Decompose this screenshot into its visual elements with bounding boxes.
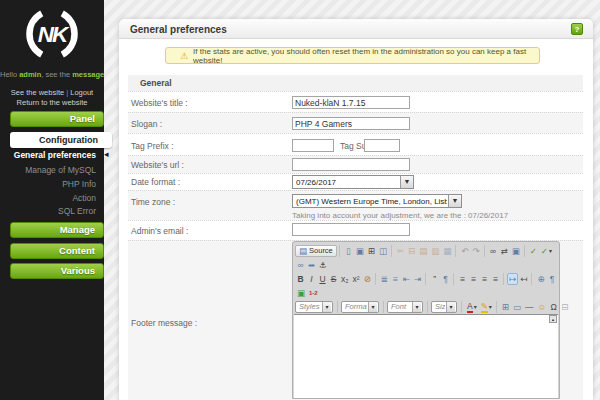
- sidebar-item-manage-of-mysql[interactable]: Manage of MySQL: [25, 165, 96, 175]
- maximize-icon[interactable]: ⊕: [535, 273, 546, 285]
- styles-combo[interactable]: Styles▾: [295, 301, 333, 313]
- align-center-icon[interactable]: ≡: [468, 273, 479, 285]
- align-justify-icon[interactable]: ≡: [490, 273, 501, 285]
- sidebar-item-sql-error[interactable]: SQL Error: [58, 206, 96, 216]
- indent-icon[interactable]: ⇥: [412, 273, 423, 285]
- help-button[interactable]: ?: [571, 23, 583, 35]
- cut-icon[interactable]: ✂: [395, 245, 406, 257]
- bold-button[interactable]: B: [295, 273, 306, 285]
- bidi-rtl-icon[interactable]: ↤: [518, 273, 529, 285]
- underline-button[interactable]: U: [317, 273, 328, 285]
- numbered-list-icon[interactable]: ≣: [379, 273, 390, 285]
- admin-email-input[interactable]: [292, 223, 410, 236]
- time-zone-label: Time zone :: [131, 197, 175, 207]
- align-left-icon[interactable]: ≡: [457, 273, 468, 285]
- content-button[interactable]: Content: [10, 243, 104, 259]
- active-item-arrow-icon: ◂: [104, 149, 109, 159]
- logout-link[interactable]: Logout: [70, 88, 93, 97]
- superscript-button[interactable]: x²: [351, 273, 362, 285]
- italic-button[interactable]: I: [306, 273, 317, 285]
- admin-page: NK Hello admin, see the message See the …: [0, 0, 600, 400]
- find-icon[interactable]: ∞: [488, 245, 499, 257]
- undo-icon[interactable]: ↶: [459, 245, 470, 257]
- time-zone-helper: Taking into account your adjustment, we …: [292, 211, 508, 220]
- paste-from-word-icon[interactable]: ▦: [441, 245, 453, 257]
- sidebar-item-general-preferences[interactable]: General preferences: [14, 150, 96, 160]
- text-color-button[interactable]: A▾: [465, 301, 479, 313]
- website-title-input[interactable]: [292, 96, 410, 109]
- spell-check-as-you-type-icon[interactable]: ✓▾: [539, 245, 554, 257]
- paste-icon[interactable]: ▤: [417, 245, 429, 257]
- configuration-button[interactable]: Configuration: [10, 132, 112, 148]
- copy-icon[interactable]: ⊟: [406, 245, 417, 257]
- message-link[interactable]: message: [72, 70, 104, 79]
- dropdown-arrow-icon: ▾: [322, 302, 331, 312]
- create-div-icon[interactable]: ¶: [440, 273, 451, 285]
- sidebar: NK Hello admin, see the message See the …: [0, 0, 104, 400]
- time-zone-select[interactable]: (GMT) Western Europe Time, London, Lisbo…: [292, 194, 462, 208]
- redo-icon[interactable]: ↷: [470, 245, 481, 257]
- slogan-input[interactable]: [292, 117, 410, 130]
- date-format-label: Date format :: [131, 177, 180, 187]
- font-combo[interactable]: Font▾: [387, 301, 423, 313]
- smiley-icon[interactable]: ☺: [535, 301, 548, 313]
- dropdown-arrow-icon: ▼: [400, 176, 413, 188]
- horizontal-rule-icon[interactable]: —: [523, 301, 536, 313]
- toolbar-collapse-button[interactable]: ▲: [549, 315, 557, 323]
- strike-button[interactable]: S: [328, 273, 339, 285]
- format-combo[interactable]: Format▾: [341, 301, 379, 313]
- print-icon[interactable]: ⊞: [366, 245, 377, 257]
- image-icon[interactable]: ▣: [295, 287, 307, 299]
- tag-suffix-input[interactable]: [364, 139, 400, 152]
- panel-button[interactable]: Panel: [10, 111, 104, 127]
- remove-format-icon[interactable]: ⊘: [362, 273, 373, 285]
- website-url-label: Website's url :: [131, 160, 184, 170]
- replace-icon[interactable]: ⇄: [499, 245, 510, 257]
- various-button[interactable]: Various: [10, 263, 104, 279]
- username: admin: [19, 70, 41, 79]
- return-website-link[interactable]: Return to the website: [0, 98, 104, 107]
- align-right-icon[interactable]: ≡: [479, 273, 490, 285]
- manage-button[interactable]: Manage: [10, 222, 104, 238]
- footer-message-label: Footer message :: [131, 318, 197, 328]
- spell-check-icon[interactable]: ✓: [528, 245, 539, 257]
- select-all-icon[interactable]: ▣: [510, 245, 522, 257]
- stats-warning: ⚠ If the stats are active, you should of…: [165, 47, 540, 64]
- new-page-icon[interactable]: ▯: [343, 245, 354, 257]
- see-website-link[interactable]: See the website: [11, 88, 64, 97]
- page-title: General preferences: [130, 24, 227, 35]
- tag-prefix-input[interactable]: [292, 139, 334, 152]
- warning-icon: ⚠: [180, 51, 188, 61]
- date-format-select[interactable]: 07/26/2017 ▼: [292, 175, 414, 189]
- size-combo[interactable]: Size▾: [431, 301, 457, 313]
- paste-as-text-icon[interactable]: ▥: [429, 245, 441, 257]
- blockquote-icon[interactable]: ”: [429, 273, 440, 285]
- iframe-icon[interactable]: ▭: [511, 301, 523, 313]
- editor-content-area[interactable]: [294, 314, 558, 398]
- sidebar-item-action[interactable]: Action: [72, 193, 96, 203]
- subscript-button[interactable]: x₂: [339, 273, 351, 285]
- greeting: Hello admin, see the message: [0, 70, 104, 79]
- one-two-plugin-icon[interactable]: 1-2: [307, 287, 320, 299]
- editor-toolbar: ▤Source▯▣⊞◫✂⊟▤▥▦↶↷∞⇄▣✓✓▾∞∞⚓BIUSx₂x²⊘≣≡⇤⇥…: [295, 244, 557, 314]
- templates-icon[interactable]: ◫: [377, 245, 389, 257]
- outdent-icon[interactable]: ⇤: [401, 273, 412, 285]
- link-icon[interactable]: ∞: [295, 259, 306, 271]
- special-character-icon[interactable]: Ω: [548, 301, 559, 313]
- show-blocks-icon[interactable]: ¶: [547, 273, 558, 285]
- nuked-klan-logo: NK: [24, 6, 80, 62]
- source-button[interactable]: ▤Source: [295, 245, 337, 257]
- anchor-icon[interactable]: ⚓: [317, 259, 329, 271]
- page-break-icon[interactable]: ⊟: [559, 301, 570, 313]
- dropdown-arrow-icon: ▾: [368, 302, 377, 312]
- bidi-ltr-icon[interactable]: ↦: [507, 273, 518, 285]
- dropdown-arrow-icon: ▼: [448, 195, 461, 207]
- bg-color-button[interactable]: ✎▾: [479, 301, 494, 313]
- website-url-input[interactable]: [292, 158, 410, 171]
- preview-icon[interactable]: ▣: [354, 245, 366, 257]
- slogan-label: Slogan :: [131, 119, 162, 129]
- table-icon[interactable]: ⊞: [500, 301, 511, 313]
- sidebar-item-php-info[interactable]: PHP Info: [62, 179, 96, 189]
- bullet-list-icon[interactable]: ≡: [390, 273, 401, 285]
- unlink-icon[interactable]: ∞: [306, 259, 317, 271]
